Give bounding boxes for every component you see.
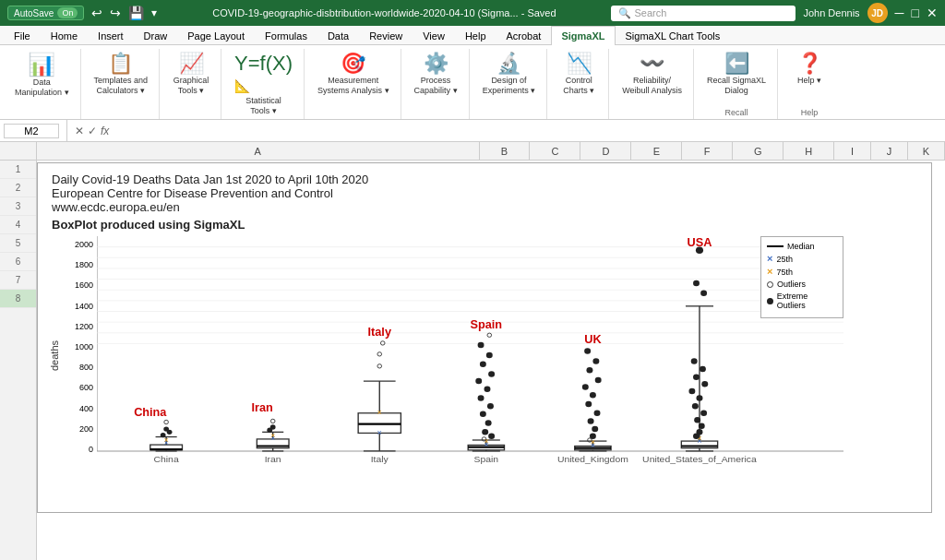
data-manipulation-label: DataManipulation ▾ [15, 77, 69, 98]
tab-home[interactable]: Home [41, 26, 88, 45]
boxplot-usa: × × [642, 236, 757, 464]
chart-legend: Median × 25th × 75th [760, 236, 843, 318]
statistical-tools-button[interactable]: Y=f(X)📐 StatisticalTools ▾ [231, 51, 296, 119]
svg-point-88 [582, 384, 589, 390]
col-header-e: E [631, 142, 682, 160]
row-num-header [0, 142, 37, 160]
row-num-8: 8 [0, 290, 36, 308]
svg-text:×: × [377, 408, 382, 417]
autosave-toggle[interactable]: On [57, 7, 78, 18]
col-header-f: F [682, 142, 733, 160]
redo-icon[interactable]: ↪ [110, 6, 121, 20]
svg-point-47 [377, 364, 382, 368]
recall-dialog-button[interactable]: ⬅️ Recall SigmaXLDialog [703, 51, 770, 99]
svg-point-90 [585, 401, 592, 408]
chart-title-area: Daily Covid-19 Deaths Data Jan 1st 2020 … [38, 163, 931, 236]
formula-input[interactable] [113, 125, 941, 137]
search-bar[interactable]: 🔍 Search [611, 6, 795, 21]
tab-sigmaxl[interactable]: SigmaXL [551, 26, 615, 45]
svg-point-63 [488, 371, 495, 377]
doe-button[interactable]: 🔬 Design ofExperiments ▾ [479, 51, 540, 99]
ribbon-group-measurement: 🎯 MeasurementSystems Analysis ▾ [306, 49, 401, 119]
maximize-icon[interactable]: □ [912, 6, 919, 20]
main-cell-area[interactable]: Daily Covid-19 Deaths Data Jan 1st 2020 … [37, 161, 945, 560]
legend-outliers-label: Outliers [777, 280, 806, 289]
legend-extreme-outliers: Extreme Outliers [767, 292, 837, 310]
svg-point-73 [487, 333, 492, 337]
title-bar: AutoSave On ↩ ↪ 💾 ▾ COVID-19-geographic-… [0, 0, 945, 26]
row-numbers: 1 2 3 4 5 6 7 8 [0, 161, 37, 560]
tab-review[interactable]: Review [359, 26, 413, 45]
graphical-tools-button[interactable]: 📈 GraphicalTools ▾ [169, 51, 213, 99]
svg-text:Iran: Iran [251, 401, 272, 414]
svg-point-85 [592, 358, 599, 364]
row-num-7: 7 [0, 271, 36, 290]
col-header-i: I [834, 142, 871, 160]
row-num-2: 2 [0, 179, 36, 197]
templates-label: Templates andCalculators ▾ [94, 76, 149, 96]
close-icon[interactable]: ✕ [927, 6, 938, 20]
measurement-systems-button[interactable]: 🎯 MeasurementSystems Analysis ▾ [314, 51, 393, 99]
svg-point-49 [380, 341, 385, 345]
ytick-400: 400 [64, 404, 93, 413]
templates-calculators-button[interactable]: 📋 Templates andCalculators ▾ [90, 51, 152, 99]
graphical-label: GraphicalTools ▾ [173, 76, 209, 96]
cell-reference-input[interactable] [4, 124, 59, 138]
svg-plot-area: × × China China [97, 236, 843, 476]
svg-point-62 [480, 361, 486, 367]
tab-sigmaxl-chart-tools[interactable]: SigmaXL Chart Tools [616, 26, 731, 45]
svg-point-71 [488, 433, 495, 439]
undo-icon[interactable]: ↩ [91, 6, 102, 20]
search-icon: 🔍 [618, 7, 631, 18]
graphical-icon: 📈 [179, 54, 204, 74]
tab-acrobat[interactable]: Acrobat [496, 26, 552, 45]
svg-point-117 [693, 433, 700, 439]
svg-point-69 [485, 420, 492, 426]
confirm-formula-icon[interactable]: ✓ [88, 125, 97, 137]
ribbon-group-statistical: Y=f(X)📐 StatisticalTools ▾ [223, 49, 305, 119]
svg-point-67 [487, 403, 494, 410]
tab-help[interactable]: Help [455, 26, 496, 45]
data-manipulation-button[interactable]: 📊 DataManipulation ▾ [11, 51, 73, 101]
legend-median: Median [767, 242, 837, 251]
minimize-icon[interactable]: ─ [895, 6, 904, 20]
svg-point-91 [594, 411, 601, 417]
autosave-label: AutoSave [14, 8, 54, 18]
user-avatar: JD [867, 3, 888, 23]
ribbon-group-graphical: 📈 GraphicalTools ▾ [161, 49, 221, 119]
doe-label: Design ofExperiments ▾ [483, 76, 536, 96]
ytick-600: 600 [64, 383, 93, 392]
legend-extreme-symbol [767, 298, 773, 304]
ribbon-group-doe: 🔬 Design ofExperiments ▾ [472, 49, 548, 119]
ytick-0: 0 [64, 445, 93, 454]
cancel-formula-icon[interactable]: ✕ [75, 125, 84, 137]
legend-25th: × 25th [767, 254, 837, 264]
tab-formulas[interactable]: Formulas [255, 26, 317, 45]
svg-point-61 [486, 352, 493, 359]
help-group-label: Help [801, 108, 819, 119]
ribbon-content: 📊 DataManipulation ▾ 📋 Templates andCalc… [0, 45, 945, 119]
tab-file[interactable]: File [4, 26, 41, 45]
column-headers: A B C D E F G H I J K [0, 142, 945, 161]
col-header-d: D [580, 142, 631, 160]
help-button[interactable]: ❓ Help ▾ [787, 51, 831, 89]
process-label: ProcessCapability ▾ [414, 76, 458, 96]
tab-page-layout[interactable]: Page Layout [177, 26, 255, 45]
ribbon-group-help: ❓ Help ▾ Help [780, 49, 839, 119]
insert-function-icon[interactable]: fx [101, 125, 109, 137]
tab-data[interactable]: Data [317, 26, 359, 45]
reliability-button[interactable]: 〰️ Reliability/Weibull Analysis [618, 51, 686, 99]
svg-point-48 [377, 352, 382, 356]
tab-draw[interactable]: Draw [134, 26, 178, 45]
svg-point-110 [688, 388, 695, 395]
save-icon[interactable]: 💾 [128, 6, 144, 20]
svg-text:×: × [270, 431, 275, 440]
svg-point-113 [700, 411, 707, 417]
tab-insert[interactable]: Insert [88, 26, 134, 45]
process-capability-button[interactable]: ⚙️ ProcessCapability ▾ [411, 51, 461, 99]
tab-view[interactable]: View [413, 26, 455, 45]
ribbon: File Home Insert Draw Page Layout Formul… [0, 26, 945, 120]
svg-text:UK: UK [584, 333, 601, 346]
svg-text:China: China [134, 406, 166, 419]
control-charts-button[interactable]: 📉 ControlCharts ▾ [556, 51, 601, 99]
